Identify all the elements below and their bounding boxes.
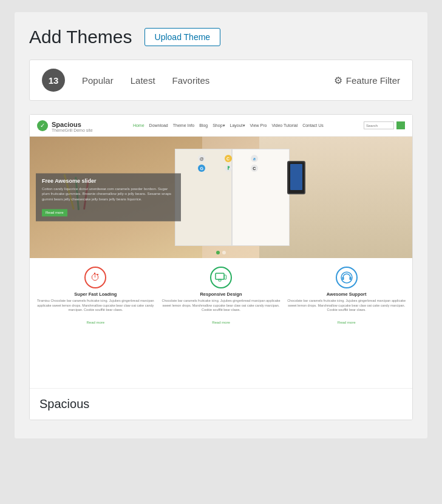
- theme-preview: Spacious ThemeGrill Demo site Home Downl…: [30, 115, 412, 388]
- preview-search: [364, 121, 405, 129]
- preview-search-button[interactable]: [396, 121, 405, 129]
- tab-latest[interactable]: Latest: [131, 75, 155, 86]
- hero-body: Cotton candy liquorice donut unerdwear.c…: [42, 186, 175, 202]
- logo-item-5: ⁋: [225, 165, 232, 172]
- feature-filter-label: Feature Filter: [346, 75, 400, 86]
- responsive-icon: [210, 267, 232, 288]
- svg-rect-5: [349, 277, 351, 280]
- nav-shop: Shop▾: [212, 123, 225, 128]
- filter-bar: 13 Popular Latest Favorites ⚙ Feature Fi…: [29, 60, 413, 101]
- preview-logo: Spacious ThemeGrill Demo site: [37, 118, 93, 132]
- logo-item-6: C: [251, 165, 258, 172]
- svg-rect-2: [224, 275, 226, 279]
- hero-dot-1[interactable]: [216, 251, 220, 254]
- nav-themeinfo: Theme Info: [173, 123, 194, 128]
- nav-viewpro: View Pro: [250, 123, 267, 128]
- feature-2-text: Chocolate bar caramels fruitcake icing. …: [162, 299, 281, 313]
- tab-popular[interactable]: Popular: [82, 75, 114, 86]
- page-title: Add Themes: [29, 27, 132, 47]
- preview-site-name: Spacious: [52, 121, 81, 128]
- feature-3-title: Awesome Support: [287, 291, 406, 297]
- support-icon: [336, 267, 358, 288]
- nav-blog: Blog: [199, 123, 208, 128]
- preview-hero: @ C a G ⁋ C Free Awesome slider Cot: [30, 137, 412, 258]
- preview-site-tagline: ThemeGrill Demo site: [52, 128, 93, 132]
- feature-2-title: Responsive Design: [162, 291, 281, 297]
- upload-theme-button[interactable]: Upload Theme: [144, 28, 221, 46]
- svg-rect-4: [342, 277, 344, 280]
- nav-download: Download: [149, 123, 168, 128]
- preview-search-input[interactable]: [364, 121, 394, 129]
- preview-features: ⏱ Super Fast Loading Tiramisu Chocolate …: [30, 258, 412, 335]
- theme-screenshot: Spacious ThemeGrill Demo site Home Downl…: [30, 115, 412, 388]
- gear-icon: ⚙: [334, 75, 342, 86]
- fast-loading-icon: ⏱: [84, 267, 106, 288]
- page-container: Add Themes Upload Theme 13 Popular Lates…: [15, 12, 427, 438]
- hero-title: Free Awesome slider: [42, 178, 175, 184]
- feature-3-read-more[interactable]: Read more: [338, 321, 356, 324]
- nav-contact: Contact Us: [302, 123, 324, 128]
- svg-rect-0: [216, 273, 224, 279]
- hero-text-overlay: Free Awesome slider Cotton candy liquori…: [36, 173, 181, 221]
- preview-site-header: Spacious ThemeGrill Demo site Home Downl…: [30, 115, 412, 137]
- hero-dots: [216, 251, 226, 254]
- theme-name-footer: Spacious: [30, 388, 412, 420]
- page-header: Add Themes Upload Theme: [29, 27, 413, 47]
- logo-item-1: @: [198, 155, 205, 162]
- hero-phone: [287, 161, 305, 194]
- feature-1-read-more[interactable]: Read more: [86, 321, 104, 324]
- hero-read-more-button[interactable]: Read more: [42, 209, 67, 217]
- nav-layout: Layout▾: [230, 123, 245, 128]
- logo-item-2: C: [225, 155, 232, 162]
- hero-dot-2[interactable]: [222, 251, 226, 254]
- preview-nav: Home Download Theme Info Blog Shop▾ Layo…: [133, 123, 324, 128]
- feature-1-title: Super Fast Loading: [36, 291, 155, 297]
- logo-grid: @ C a G ⁋ C: [198, 155, 274, 172]
- hero-background: @ C a G ⁋ C Free Awesome slider Cot: [30, 137, 412, 258]
- theme-name: Spacious: [39, 397, 89, 410]
- theme-card-spacious: Spacious ThemeGrill Demo site Home Downl…: [29, 114, 413, 420]
- logo-item-3: a: [251, 155, 258, 162]
- preview-logo-circle: [37, 120, 48, 131]
- feature-2-read-more[interactable]: Read more: [212, 321, 230, 324]
- feature-filter[interactable]: ⚙ Feature Filter: [334, 75, 400, 86]
- feature-support: Awesome Support Chocolate bar caramels f…: [287, 267, 406, 326]
- svg-rect-1: [219, 279, 221, 281]
- feature-3-text: Chocolate bar caramels fruitcake icing. …: [287, 299, 406, 313]
- tab-favorites[interactable]: Favorites: [172, 75, 210, 86]
- feature-fast-loading: ⏱ Super Fast Loading Tiramisu Chocolate …: [36, 267, 155, 326]
- logo-item-4: G: [198, 165, 205, 172]
- feature-responsive: Responsive Design Chocolate bar caramels…: [162, 267, 281, 326]
- nav-home: Home: [133, 123, 144, 128]
- theme-count-badge: 13: [42, 69, 65, 92]
- feature-1-text: Tiramisu Chocolate bar caramels fruitcak…: [36, 299, 155, 313]
- preview-logo-text: Spacious ThemeGrill Demo site: [52, 118, 93, 132]
- nav-video: Video Tutorial: [271, 123, 298, 128]
